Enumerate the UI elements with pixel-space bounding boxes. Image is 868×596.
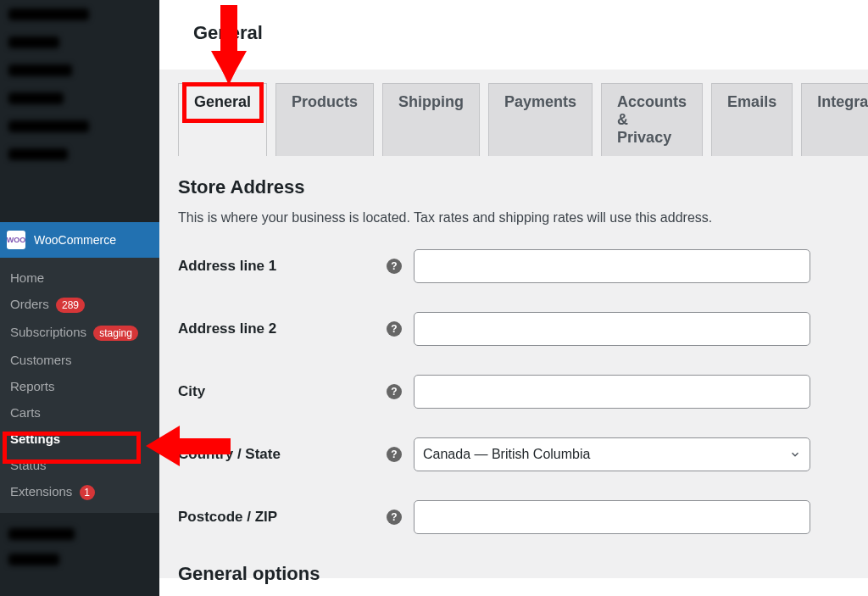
select-country-state[interactable]: Canada — British Columbia [414, 437, 810, 471]
label-address2: Address line 2 [178, 320, 387, 337]
submenu-label: Orders [10, 297, 49, 311]
store-address-heading: Store Address [178, 176, 849, 198]
submenu-label: Settings [10, 432, 60, 446]
submenu-orders[interactable]: Orders 289 [0, 291, 159, 319]
orders-count-badge: 289 [56, 298, 85, 313]
help-icon[interactable]: ? [387, 259, 402, 274]
tab-payments[interactable]: Payments [488, 83, 593, 156]
submenu-label: Status [10, 458, 47, 472]
submenu-label: Extensions [10, 484, 72, 499]
submenu-label: Customers [10, 353, 72, 367]
input-postcode[interactable] [414, 500, 810, 534]
general-options-heading: General options [178, 563, 849, 585]
woocommerce-icon: WOO [7, 231, 25, 249]
input-address2[interactable] [414, 312, 810, 346]
tab-accounts-privacy[interactable]: Accounts & Privacy [601, 83, 703, 156]
tab-general[interactable]: General [178, 83, 267, 156]
help-icon[interactable]: ? [387, 384, 402, 399]
help-icon[interactable]: ? [387, 510, 402, 525]
submenu-status[interactable]: Status [0, 452, 159, 478]
page-title: General [159, 0, 868, 70]
annotation-arrow-down [208, 5, 250, 83]
sidebar-blurred-items-bottom [0, 513, 159, 572]
select-value: Canada — British Columbia [423, 447, 590, 462]
woocommerce-submenu: Home Orders 289 Subscriptions staging Cu… [0, 258, 159, 513]
sidebar-item-label: WooCommerce [34, 233, 116, 247]
submenu-extensions[interactable]: Extensions 1 [0, 478, 159, 506]
subscriptions-badge: staging [93, 326, 138, 341]
annotation-arrow-left [146, 421, 231, 471]
help-icon[interactable]: ? [387, 447, 402, 462]
tab-shipping[interactable]: Shipping [382, 83, 480, 156]
submenu-home[interactable]: Home [0, 265, 159, 291]
extensions-count-badge: 1 [80, 485, 95, 500]
input-address1[interactable] [414, 249, 810, 283]
submenu-settings[interactable]: Settings [0, 426, 159, 452]
submenu-label: Reports [10, 379, 55, 393]
settings-tabs: General Products Shipping Payments Accou… [178, 83, 849, 156]
field-row-address2: Address line 2 ? [178, 312, 849, 346]
sidebar-item-woocommerce[interactable]: WOO WooCommerce [0, 222, 159, 258]
submenu-carts[interactable]: Carts [0, 399, 159, 426]
label-address1: Address line 1 [178, 258, 387, 275]
submenu-label: Carts [10, 405, 41, 420]
field-row-country-state: Country / State ? Canada — British Colum… [178, 437, 849, 471]
main-content: General General Products Shipping Paymen… [159, 0, 868, 596]
field-row-address1: Address line 1 ? [178, 249, 849, 283]
field-row-city: City ? [178, 375, 849, 409]
input-city[interactable] [414, 375, 810, 409]
submenu-reports[interactable]: Reports [0, 373, 159, 399]
field-row-postcode: Postcode / ZIP ? [178, 500, 849, 534]
submenu-subscriptions[interactable]: Subscriptions staging [0, 319, 159, 347]
settings-body: General Products Shipping Payments Accou… [159, 70, 868, 578]
store-address-description: This is where your business is located. … [178, 210, 849, 226]
sidebar-blurred-items [0, 0, 159, 222]
submenu-customers[interactable]: Customers [0, 347, 159, 373]
label-postcode: Postcode / ZIP [178, 509, 387, 526]
chevron-down-icon [789, 448, 801, 460]
tab-products[interactable]: Products [275, 83, 374, 156]
submenu-label: Subscriptions [10, 325, 86, 339]
svg-rect-1 [178, 438, 231, 454]
label-city: City [178, 383, 387, 400]
settings-form: Store Address This is where your busines… [178, 156, 849, 596]
admin-sidebar: WOO WooCommerce Home Orders 289 Subscrip… [0, 0, 159, 596]
submenu-label: Home [10, 270, 44, 285]
tab-emails[interactable]: Emails [711, 83, 793, 156]
tab-integration[interactable]: Integration [801, 83, 868, 156]
svg-rect-0 [220, 5, 237, 52]
help-icon[interactable]: ? [387, 321, 402, 337]
